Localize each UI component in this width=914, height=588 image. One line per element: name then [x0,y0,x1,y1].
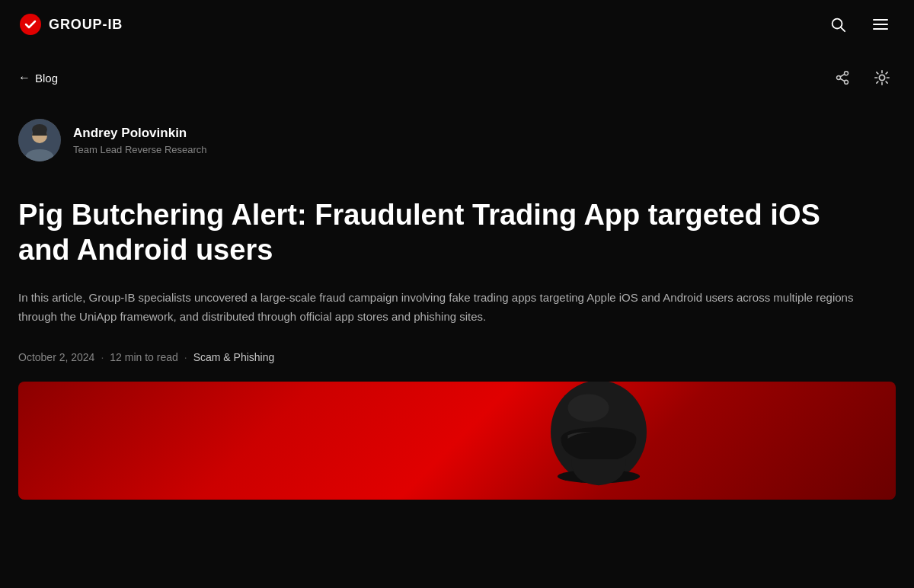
article-meta: October 2, 2024 · 12 min to read · Scam … [18,351,896,363]
svg-line-2 [841,27,845,31]
svg-point-11 [879,75,884,80]
helmet-illustration [530,382,667,500]
author-avatar [18,119,61,161]
search-icon [829,16,846,33]
breadcrumb-bar: ← Blog [0,49,914,107]
article-title: Pig Butchering Alert: Fraudulent Trading… [18,198,856,267]
author-section: Andrey Polovinkin Team Lead Reverse Rese… [0,107,914,180]
author-info: Andrey Polovinkin Team Lead Reverse Rese… [73,126,207,155]
navbar: GROUP-IB [0,0,914,49]
svg-line-17 [886,81,887,83]
logo-text: GROUP-IB [49,17,123,33]
author-name: Andrey Polovinkin [73,126,207,141]
svg-point-0 [20,14,41,35]
svg-point-8 [845,80,848,84]
sun-icon [874,69,890,86]
theme-toggle-button[interactable] [868,64,896,91]
article-read-time: 12 min to read [110,351,178,363]
logo-icon [18,12,43,37]
svg-line-9 [840,78,845,81]
article-content: Pig Butchering Alert: Fraudulent Trading… [0,180,914,524]
article-category: Scam & Phishing [193,351,275,363]
hamburger-icon [871,15,890,34]
svg-point-24 [568,394,609,421]
article-date: October 2, 2024 [18,351,94,363]
search-button[interactable] [823,9,853,40]
svg-line-18 [886,72,887,74]
svg-line-19 [877,81,878,83]
share-icon [835,70,850,85]
meta-separator-2: · [184,351,187,363]
svg-point-7 [837,76,841,80]
svg-line-10 [840,74,845,76]
back-label: Blog [35,72,58,85]
logo[interactable]: GROUP-IB [18,12,123,37]
share-button[interactable] [829,64,856,91]
article-description: In this article, Group-IB specialists un… [18,289,856,327]
svg-point-6 [845,72,848,75]
hero-image [18,382,896,500]
svg-line-16 [877,72,878,74]
nav-actions [823,9,896,40]
author-title: Team Lead Reverse Research [73,144,207,155]
back-to-blog-link[interactable]: ← Blog [18,71,58,85]
breadcrumb-actions [829,64,896,91]
avatar-image [18,119,61,161]
menu-button[interactable] [865,9,896,40]
back-arrow-icon: ← [18,71,30,85]
meta-separator-1: · [101,351,104,363]
helmet-container [530,382,667,500]
